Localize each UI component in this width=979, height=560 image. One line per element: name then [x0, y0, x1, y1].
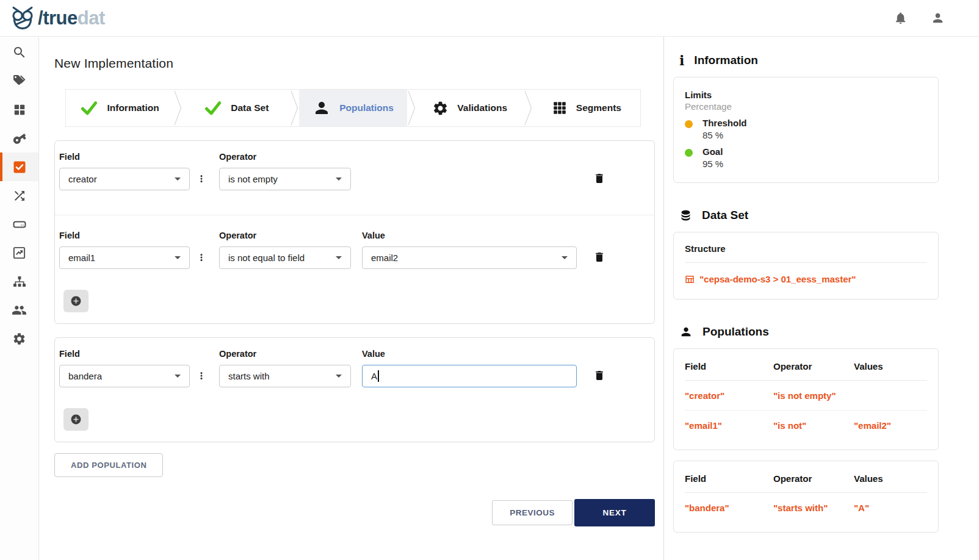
- info-icon: i: [679, 54, 684, 67]
- nav-item-lineage[interactable]: [0, 181, 38, 210]
- brand-logo[interactable]: /truedat: [10, 5, 105, 31]
- stepper: Information Data Set Populations Validat…: [65, 89, 641, 127]
- structure-label: Structure: [685, 243, 927, 254]
- trash-icon: [593, 251, 605, 264]
- column-header-field: Field: [685, 351, 773, 381]
- top-actions: [894, 11, 945, 25]
- nav-item-tags[interactable]: [0, 66, 38, 95]
- gear-icon: [12, 332, 26, 346]
- delete-condition-button[interactable]: [593, 251, 605, 264]
- operator-select[interactable]: starts with: [219, 365, 351, 387]
- step-separator: [290, 90, 299, 126]
- goal-label: Goal: [703, 146, 723, 157]
- chevron-down-icon: [175, 178, 181, 181]
- operator-select[interactable]: is not equal to field: [219, 246, 351, 269]
- step-information[interactable]: Information: [66, 90, 173, 126]
- nav-item-systems[interactable]: [0, 210, 38, 239]
- trash-icon: [593, 172, 605, 185]
- threshold-value: 85 %: [703, 130, 747, 140]
- field-label: Field: [59, 349, 190, 359]
- delete-condition-button[interactable]: [593, 172, 605, 185]
- brand-name: /truedat: [38, 9, 105, 27]
- add-condition-button[interactable]: [63, 290, 89, 312]
- check-icon: [204, 100, 222, 116]
- check-square-icon: [12, 160, 27, 174]
- table-cell-operator: "is not": [773, 411, 854, 440]
- summary-panel: i Information Limits Percentage Threshol…: [663, 37, 979, 560]
- limits-type: Percentage: [685, 101, 927, 112]
- shuffle-icon: [12, 188, 27, 203]
- page-title: New Implementation: [54, 56, 655, 71]
- field-label: Field: [59, 231, 190, 240]
- populations-title: Populations: [703, 325, 769, 339]
- field-select[interactable]: bandera: [59, 365, 190, 387]
- nav-item-settings[interactable]: [0, 325, 38, 353]
- delete-condition-button[interactable]: [593, 369, 605, 382]
- plus-circle-icon: [70, 414, 82, 425]
- top-bar: /truedat: [0, 0, 979, 37]
- owl-logo-icon: [10, 5, 35, 31]
- step-populations[interactable]: Populations: [299, 90, 406, 126]
- hierarchy-icon: [12, 275, 27, 289]
- step-label: Data Set: [231, 102, 269, 113]
- add-condition-button[interactable]: [63, 408, 89, 431]
- step-segments[interactable]: Segments: [533, 90, 640, 126]
- person-icon: [679, 325, 693, 339]
- structure-card: Structure "cepsa-demo-s3 > 01_eess_maste…: [673, 232, 939, 300]
- table-cell-values: "email2": [854, 411, 927, 440]
- nav-item-insights[interactable]: [0, 239, 38, 267]
- trash-icon: [593, 369, 605, 382]
- operator-label: Operator: [219, 349, 362, 359]
- main-content: New Implementation Information Data Set …: [39, 37, 663, 560]
- data-set-title: Data Set: [702, 209, 748, 222]
- population-group-1: Field creator Operator is not empty Fiel…: [54, 140, 655, 324]
- user-menu-button[interactable]: [931, 11, 945, 25]
- tags-icon: [12, 74, 27, 88]
- kebab-icon[interactable]: [197, 174, 206, 184]
- field-select[interactable]: creator: [59, 168, 190, 190]
- step-data-set[interactable]: Data Set: [182, 90, 290, 126]
- nav-item-search[interactable]: [0, 38, 38, 66]
- table-cell-values: [854, 381, 927, 411]
- table-cell-field: "email1": [685, 411, 773, 440]
- key-icon: [12, 131, 27, 146]
- condition-row: Field creator Operator is not empty: [55, 152, 654, 215]
- kebab-icon[interactable]: [197, 371, 206, 381]
- drive-icon: [12, 217, 27, 232]
- nav-item-quality[interactable]: [0, 153, 38, 181]
- kebab-icon[interactable]: [197, 253, 206, 262]
- add-population-button[interactable]: ADD POPULATION: [54, 453, 163, 477]
- operator-label: Operator: [219, 152, 362, 162]
- database-icon: [679, 209, 692, 222]
- step-label: Populations: [339, 102, 394, 113]
- chevron-down-icon: [336, 178, 342, 181]
- operator-label: Operator: [219, 231, 362, 240]
- check-icon: [80, 100, 98, 116]
- chevron-down-icon: [336, 375, 342, 378]
- table-cell-values: "A": [854, 493, 927, 522]
- goal-row: Goal 95 %: [685, 146, 927, 169]
- nav-item-dashboard[interactable]: [0, 95, 38, 124]
- step-separator: [524, 90, 533, 126]
- nav-item-users[interactable]: [0, 296, 38, 325]
- notifications-button[interactable]: [894, 11, 908, 25]
- gear-icon: [432, 100, 449, 117]
- nav-item-hierarchy[interactable]: [0, 267, 38, 296]
- value-input[interactable]: A: [362, 365, 577, 387]
- next-button[interactable]: NEXT: [574, 499, 655, 526]
- plus-circle-icon: [70, 295, 82, 307]
- column-header-values: Values: [854, 351, 927, 381]
- limits-label: Limits: [685, 90, 927, 100]
- value-select[interactable]: email2: [362, 246, 577, 269]
- step-validations[interactable]: Validations: [416, 90, 524, 126]
- structure-link[interactable]: "cepsa-demo-s3 > 01_eess_master": [685, 274, 927, 284]
- field-select[interactable]: email1: [59, 246, 190, 269]
- grid-icon: [552, 100, 568, 116]
- operator-select[interactable]: is not empty: [219, 168, 351, 190]
- table-cell-operator: "starts with": [773, 493, 854, 522]
- condition-row: Field bandera Operator starts with Value…: [55, 349, 654, 387]
- chevron-down-icon: [562, 256, 568, 259]
- app-window: /truedat: [0, 0, 979, 560]
- nav-item-permissions[interactable]: [0, 124, 38, 153]
- previous-button[interactable]: PREVIOUS: [492, 500, 573, 525]
